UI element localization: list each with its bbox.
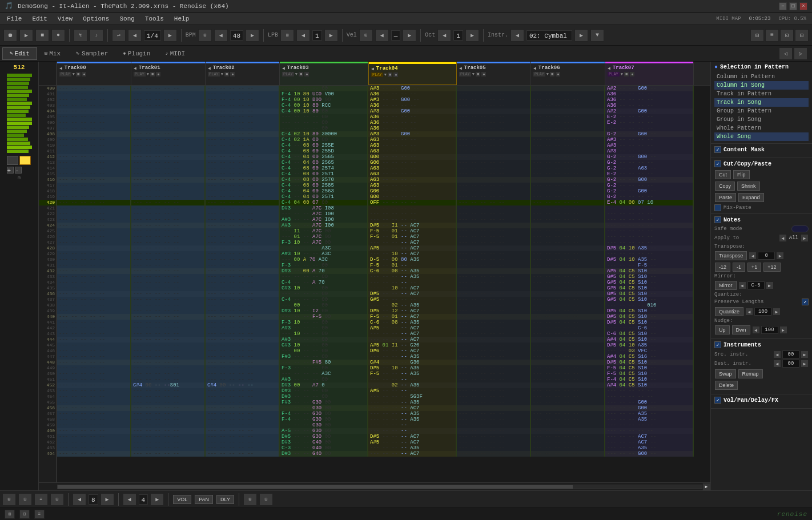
row-431-track-3[interactable]: F-3 -- -- -- 00: [280, 263, 367, 268]
row-408-track-6[interactable]: --- -- -- -- --: [531, 131, 604, 137]
oct-val[interactable]: 1: [453, 30, 463, 41]
row-459-track-6[interactable]: --- -- -- -- --: [531, 422, 604, 428]
menu-song[interactable]: Song: [115, 14, 139, 23]
row-416-track-3[interactable]: C-4 -- 08 00 2570: [280, 177, 367, 183]
transpose-dec[interactable]: ◀: [749, 252, 757, 260]
bb-pan-btn[interactable]: PAN: [195, 495, 213, 504]
bpm-inc-btn[interactable]: ▶: [246, 29, 259, 42]
row-400-track-4[interactable]: A#3 -- -- G00 --: [368, 86, 456, 91]
row-448-track-4[interactable]: C#4 -- -- -- G30: [368, 360, 456, 365]
row-432-track-4[interactable]: C-6 -- 08 -- A35: [368, 268, 456, 274]
menu-view[interactable]: View: [53, 14, 77, 23]
row-430-track-2[interactable]: --- -- -- -- --: [206, 257, 279, 263]
row-455-track-5[interactable]: --- -- -- -- --: [457, 400, 530, 405]
row-428-track-7[interactable]: D#5 04 10 A35 --: [605, 245, 693, 251]
bb-extra2[interactable]: ⊡: [259, 493, 273, 506]
vel-inc-btn[interactable]: ▶: [403, 29, 416, 42]
row-449-track-4[interactable]: D#5 -- 10 -- A35: [368, 365, 456, 371]
row-403-track-2[interactable]: --- -- -- -- --: [206, 103, 279, 108]
row-419-track-0[interactable]: --- -- -- -- --: [57, 194, 130, 200]
track-col-7[interactable]: A#2 -- -- G00 --A36 -- -- -- --A36 -- --…: [605, 86, 694, 457]
remap-btn[interactable]: Remap: [738, 369, 763, 378]
cut-button[interactable]: Cut: [715, 170, 731, 179]
row-432-track-7[interactable]: A#5 04 C5 S10 --: [605, 268, 693, 274]
row-409-track-0[interactable]: --- -- -- -- --: [57, 137, 130, 143]
row-459-track-5[interactable]: --- -- -- -- --: [457, 422, 530, 428]
nav-right-btn[interactable]: ▶: [163, 29, 177, 42]
row-418-track-3[interactable]: C-4 -- 04 00 2563: [280, 188, 367, 194]
row-417-track-0[interactable]: --- -- -- -- --: [57, 183, 130, 188]
row-407-track-3[interactable]: --- -- -- -- 00: [280, 126, 367, 131]
row-450-track-6[interactable]: --- -- -- -- --: [531, 371, 604, 377]
row-406-track-5[interactable]: --- -- -- -- --: [457, 120, 530, 126]
preserve-lengths-checkbox[interactable]: [802, 299, 809, 305]
mirror-inc[interactable]: ▶: [766, 281, 774, 289]
row-400-track-5[interactable]: --- -- -- -- --: [457, 86, 530, 91]
row-433-track-1[interactable]: --- -- -- -- --: [131, 274, 204, 280]
row-401-track-4[interactable]: A36 -- -- -- --: [368, 91, 456, 97]
tab-plugin[interactable]: ◈Plugin: [115, 47, 158, 60]
row-462-track-1[interactable]: --- -- -- -- --: [131, 440, 204, 445]
row-446-track-5[interactable]: --- -- -- -- --: [457, 348, 530, 354]
row-401-track-7[interactable]: A36 -- -- -- --: [605, 91, 693, 97]
row-423-track-3[interactable]: A#3 -- -- A7C I00: [280, 217, 367, 223]
row-427-track-3[interactable]: F-3 10 -- A7C 00: [280, 240, 367, 245]
flip-button[interactable]: Flip: [733, 170, 750, 179]
row-452-track-3[interactable]: D#3 00 -- A7 0: [280, 382, 367, 388]
row-437-track-7[interactable]: G#5 04 C5 S10 --: [605, 297, 693, 303]
row-434-track-3[interactable]: C-4 -- -- A 70: [280, 280, 367, 285]
midi-map-btn[interactable]: MIDI MAP: [713, 16, 744, 22]
row-417-track-5[interactable]: --- -- -- -- --: [457, 183, 530, 188]
row-413-track-7[interactable]: G-2 -- -- -- --: [605, 160, 693, 166]
transpose-p1[interactable]: +1: [747, 263, 761, 272]
row-448-track-6[interactable]: --- -- -- -- --: [531, 360, 604, 365]
transpose-m1[interactable]: -1: [733, 263, 745, 272]
row-403-track-3[interactable]: C-4 00 10 80 RCC: [280, 103, 367, 108]
row-435-track-3[interactable]: G#3 10 -- -- 00: [280, 285, 367, 291]
menu-options[interactable]: Options: [78, 14, 114, 23]
row-428-track-4[interactable]: A#5 -- -- -- AC7: [368, 245, 456, 251]
row-417-track-4[interactable]: A63 -- -- -- --: [368, 183, 456, 188]
row-443-track-3[interactable]: --- 10 -- -- 00: [280, 331, 367, 337]
row-416-track-5[interactable]: --- -- -- -- --: [457, 177, 530, 183]
notes-checkbox[interactable]: [714, 216, 721, 223]
row-447-track-7[interactable]: A#4 04 C5 S16 --: [605, 354, 693, 360]
row-412-track-3[interactable]: C-4 -- 04 00 2565: [280, 154, 367, 160]
row-404-track-2[interactable]: --- -- -- -- --: [206, 108, 279, 114]
row-400-track-0[interactable]: --- -- -- -- --: [57, 86, 130, 91]
row-446-track-1[interactable]: --- -- -- -- --: [131, 348, 204, 354]
row-444-track-0[interactable]: --- -- -- -- --: [57, 337, 130, 342]
row-405-track-3[interactable]: --- -- -- -- 00: [280, 114, 367, 120]
row-429-track-1[interactable]: --- -- -- -- --: [131, 251, 204, 257]
track7-solo[interactable]: ●: [630, 72, 634, 76]
row-406-track-0[interactable]: --- -- -- -- --: [57, 120, 130, 126]
row-410-track-3[interactable]: C-4 -- 08 00 255E: [280, 143, 367, 148]
row-463-track-4[interactable]: --- -- -- -- A35: [368, 445, 456, 451]
tab-mix[interactable]: ⊞Mix: [37, 47, 68, 60]
row-400-track-7[interactable]: A#2 -- -- G00 --: [605, 86, 693, 91]
row-458-track-5[interactable]: --- -- -- -- --: [457, 417, 530, 422]
row-402-track-4[interactable]: A#3 -- -- G00 --: [368, 97, 456, 103]
row-420-track-3[interactable]: C-4 04 00 07 00: [280, 200, 367, 205]
row-427-track-6[interactable]: --- -- -- -- --: [531, 240, 604, 245]
row-409-track-7[interactable]: A#3 -- -- -- --: [605, 137, 693, 143]
hscroll-right-btn[interactable]: ▶: [702, 483, 710, 491]
bpm-val[interactable]: 48: [230, 30, 243, 41]
row-446-track-0[interactable]: --- -- -- -- --: [57, 348, 130, 354]
row-433-track-3[interactable]: --- -- -- -- 00: [280, 274, 367, 280]
view-btn-3[interactable]: ⊡: [780, 29, 794, 42]
row-433-track-0[interactable]: --- -- -- -- --: [57, 274, 130, 280]
mini-ctrl-left[interactable]: [7, 156, 18, 165]
row-445-track-3[interactable]: G#3 10 -- -- 00: [280, 342, 367, 348]
row-454-track-4[interactable]: --- -- -- -- 5G3F: [368, 394, 456, 400]
row-425-track-3[interactable]: --- I1 -- A7C 00: [280, 228, 367, 234]
row-437-track-0[interactable]: --- -- -- -- --: [57, 297, 130, 303]
row-432-track-1[interactable]: --- -- -- -- --: [131, 268, 204, 274]
row-426-track-4[interactable]: F-5 -- 01 -- AC7: [368, 234, 456, 240]
row-436-track-6[interactable]: --- -- -- -- --: [531, 291, 604, 297]
row-440-track-2[interactable]: --- -- -- -- --: [206, 314, 279, 320]
row-425-track-4[interactable]: F-5 -- 01 -- AC7: [368, 228, 456, 234]
track-col-4[interactable]: A#3 -- -- G00 --A36 -- -- -- --A#3 -- --…: [368, 86, 457, 457]
row-460-track-2[interactable]: --- -- -- -- --: [206, 428, 279, 434]
close-button[interactable]: ×: [799, 2, 807, 10]
